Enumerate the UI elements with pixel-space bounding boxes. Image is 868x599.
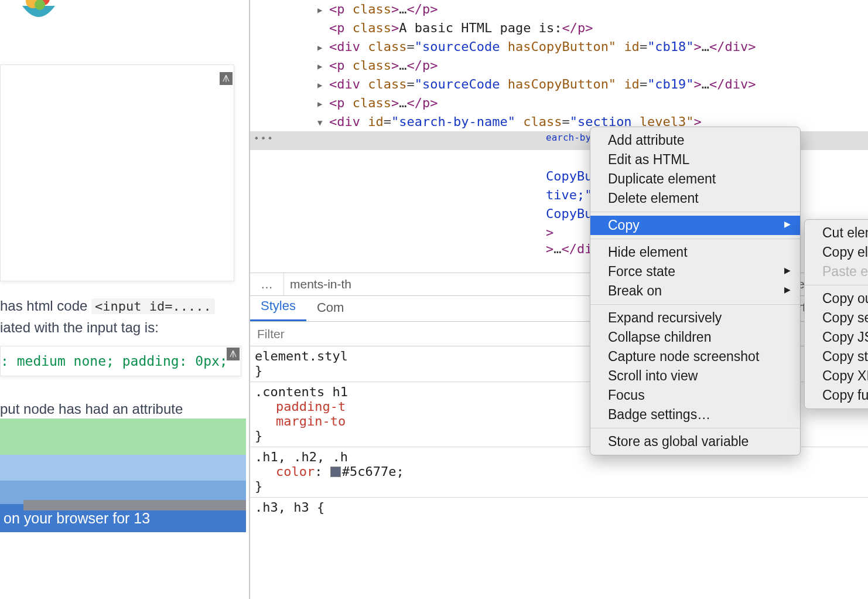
menu-item-paste-element: Paste element	[805, 262, 868, 281]
menu-item-cut-element[interactable]: Cut element	[805, 223, 868, 243]
menu-item-copy-full-xpath[interactable]: Copy full XPath	[805, 386, 868, 405]
menu-item-focus[interactable]: Focus	[590, 386, 800, 405]
submenu-arrow-icon: ▶	[784, 285, 791, 294]
expand-closed-icon[interactable]: ▶	[317, 98, 322, 110]
menu-item-copy[interactable]: Copy▶	[590, 216, 800, 235]
breadcrumb-ellipsis[interactable]: …	[250, 273, 284, 295]
color-swatch-icon[interactable]	[330, 467, 341, 477]
menu-item-expand-recursively[interactable]: Expand recursively	[590, 308, 800, 328]
menu-item-copy-selector[interactable]: Copy selector	[805, 308, 868, 328]
submenu-arrow-icon: ▶	[784, 219, 791, 229]
menu-item-copy-element[interactable]: Copy element	[805, 243, 868, 262]
menu-separator	[805, 285, 868, 285]
menu-item-hide-element[interactable]: Hide element	[590, 243, 800, 262]
menu-item-copy-outerhtml[interactable]: Copy outerHTML	[805, 289, 868, 308]
breadcrumb-item[interactable]: ments-in-th	[284, 273, 357, 295]
menu-item-store-as-global-variable[interactable]: Store as global variable	[590, 432, 800, 451]
dom-node-fragment[interactable]: >	[546, 225, 553, 240]
highlight-layer	[0, 418, 246, 455]
gutter-ellipsis-icon: •••	[254, 133, 274, 144]
menu-item-edit-as-html[interactable]: Edit as HTML	[590, 150, 800, 169]
content-card	[0, 64, 234, 281]
dom-node[interactable]: ▶<p class>…</p>	[250, 94, 438, 113]
highlight-bar-text: on your browser for 13	[0, 510, 150, 527]
code-line: : medium none; padding: 0px;	[1, 353, 241, 369]
context-menu[interactable]: Add attributeEdit as HTMLDuplicate eleme…	[590, 127, 801, 455]
menu-item-scroll-into-view[interactable]: Scroll into view	[590, 366, 800, 386]
expand-closed-icon[interactable]: ▶	[317, 42, 322, 54]
dom-node[interactable]: ▶<div class="sourceCode hasCopyButton" i…	[250, 38, 756, 56]
logo-bowl-icon	[20, 0, 57, 26]
menu-item-copy-xpath[interactable]: Copy XPath	[805, 366, 868, 386]
menu-item-badge-settings[interactable]: Badge settings…	[590, 405, 800, 424]
dom-node[interactable]: <p class>A basic HTML page is:</p>	[250, 19, 593, 38]
menu-item-copy-js-path[interactable]: Copy JS path	[805, 328, 868, 347]
menu-separator	[590, 304, 800, 305]
menu-separator	[590, 212, 800, 212]
expand-closed-icon[interactable]: ▶	[317, 5, 322, 16]
menu-item-break-on[interactable]: Break on▶	[590, 281, 800, 301]
menu-item-capture-node-screenshot[interactable]: Capture node screenshot	[590, 347, 800, 366]
body-text-line-2: iated with the input tag is:	[0, 318, 234, 338]
submenu-arrow-icon: ▶	[784, 266, 791, 275]
menu-separator	[590, 428, 800, 428]
css-rule[interactable]: .h3, h3 {	[250, 498, 868, 518]
dom-node[interactable]: ▶<p class>…</p>	[250, 56, 438, 75]
dom-node[interactable]: ▶<div class="sourceCode hasCopyButton" i…	[250, 75, 756, 94]
tab-computed[interactable]: Com	[306, 295, 354, 321]
inline-code: <input id=.....	[91, 298, 215, 314]
menu-item-copy-styles[interactable]: Copy styles	[805, 347, 868, 366]
dom-node[interactable]: ▶<p class>…</p>	[250, 0, 438, 19]
filter-input[interactable]	[250, 326, 344, 342]
expand-closed-icon[interactable]: ▶	[317, 80, 322, 91]
menu-item-duplicate-element[interactable]: Duplicate element	[590, 169, 800, 189]
expand-icon[interactable]	[220, 72, 233, 85]
menu-item-force-state[interactable]: Force state▶	[590, 262, 800, 281]
code-box: : medium none; padding: 0px;	[0, 346, 241, 376]
body-text-line-1: has html code <input id=.....	[0, 296, 234, 316]
tab-styles[interactable]: Styles	[250, 294, 306, 321]
menu-item-add-attribute[interactable]: Add attribute	[590, 131, 800, 150]
menu-item-delete-element[interactable]: Delete element	[590, 189, 800, 208]
highlight-layer	[23, 500, 246, 510]
expand-closed-icon[interactable]: ▶	[317, 61, 322, 73]
devtools-panel: ▶<p class>…</p><p class>A basic HTML pag…	[249, 0, 868, 599]
menu-separator	[590, 239, 800, 239]
context-submenu[interactable]: Cut elementCopy elementPaste elementCopy…	[804, 219, 868, 409]
page-content: has html code <input id=..... iated with…	[0, 0, 249, 599]
highlight-layer	[0, 455, 246, 481]
menu-item-collapse-children[interactable]: Collapse children	[590, 328, 800, 347]
body-text-line-3: put node has had an attribute	[0, 401, 183, 417]
expand-open-icon[interactable]: ▼	[317, 117, 322, 129]
